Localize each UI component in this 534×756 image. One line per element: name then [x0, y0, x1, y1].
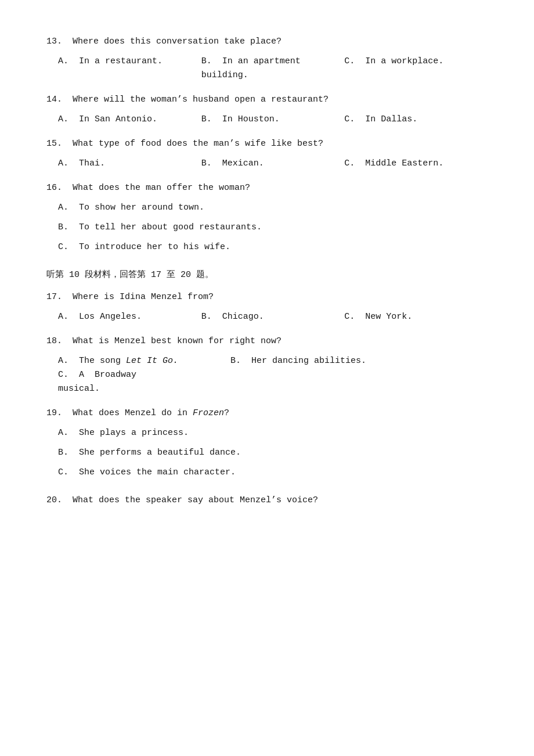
option-18-c: C. A Broadway [58, 370, 136, 380]
question-13-text: 13. Where does this conversation take pl… [46, 35, 488, 49]
question-18-wrap: musical. [46, 382, 488, 396]
option-13-c: C. In a workplace. [344, 55, 488, 82]
question-13: 13. Where does this conversation take pl… [46, 35, 488, 82]
question-20-text: 20. What does the speaker say about Menz… [46, 494, 488, 507]
option-18-b: B. Her dancing abilities. [230, 356, 366, 366]
option-15-c: C. Middle Eastern. [344, 157, 488, 171]
question-17-options: A. Los Angeles. B. Chicago. C. New York. [46, 310, 488, 324]
question-17-text: 17. Where is Idina Menzel from? [46, 290, 488, 304]
section-header-10: 听第 10 段材料，回答第 17 至 20 题。 [46, 268, 488, 282]
question-17: 17. Where is Idina Menzel from? A. Los A… [46, 290, 488, 324]
question-19-options: A. She plays a princess. B. She performs… [46, 426, 488, 483]
question-20: 20. What does the speaker say about Menz… [46, 494, 488, 507]
question-18-text: 18. What is Menzel best known for right … [46, 334, 488, 348]
question-18-options: A. The song Let It Go. B. Her dancing ab… [46, 354, 488, 382]
option-17-c: C. New York. [344, 310, 488, 324]
option-16-c: C. To introduce her to his wife. [58, 240, 488, 254]
option-13-b: B. In an apartment building. [201, 55, 345, 82]
option-17-b: B. Chicago. [201, 310, 345, 324]
page-content: 13. Where does this conversation take pl… [46, 35, 488, 507]
question-15-text: 15. What type of food does the man’s wif… [46, 137, 488, 151]
option-19-b: B. She performs a beautiful dance. [58, 446, 488, 460]
option-15-a: A. Thai. [58, 157, 201, 171]
option-17-a: A. Los Angeles. [58, 310, 201, 324]
question-15: 15. What type of food does the man’s wif… [46, 137, 488, 171]
option-13-a: A. In a restaurant. [58, 55, 201, 82]
frozen-italic: Frozen [193, 408, 224, 418]
option-16-a: A. To show her around town. [58, 201, 488, 215]
let-it-go-italic: Let It Go. [126, 356, 178, 366]
question-13-options: A. In a restaurant. B. In an apartment b… [46, 55, 488, 82]
question-18: 18. What is Menzel best known for right … [46, 334, 488, 396]
option-18-a: A. The song Let It Go. [58, 356, 178, 366]
question-16-text: 16. What does the man offer the woman? [46, 181, 488, 195]
question-14-text: 14. Where will the woman’s husband open … [46, 93, 488, 107]
question-15-options: A. Thai. B. Mexican. C. Middle Eastern. [46, 157, 488, 171]
question-14-options: A. In San Antonio. B. In Houston. C. In … [46, 113, 488, 127]
option-19-c: C. She voices the main character. [58, 466, 488, 480]
question-19-text: 19. What does Menzel do in Frozen? [46, 406, 488, 420]
question-16: 16. What does the man offer the woman? A… [46, 181, 488, 258]
question-14: 14. Where will the woman’s husband open … [46, 93, 488, 127]
option-14-a: A. In San Antonio. [58, 113, 201, 127]
option-15-b: B. Mexican. [201, 157, 345, 171]
option-16-b: B. To tell her about good restaurants. [58, 221, 488, 235]
option-14-c: C. In Dallas. [344, 113, 488, 127]
option-19-a: A. She plays a princess. [58, 426, 488, 440]
option-14-b: B. In Houston. [201, 113, 345, 127]
question-16-options: A. To show her around town. B. To tell h… [46, 201, 488, 258]
question-19: 19. What does Menzel do in Frozen? A. Sh… [46, 406, 488, 483]
